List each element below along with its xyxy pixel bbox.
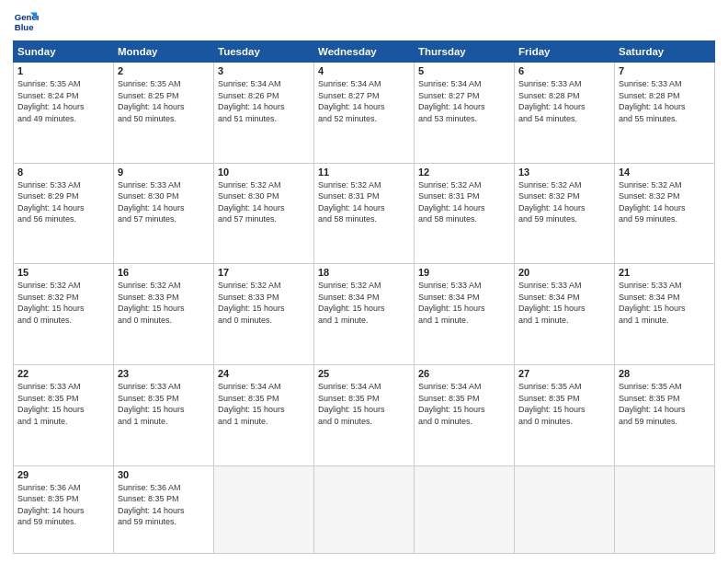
calendar-cell	[615, 465, 715, 553]
day-info: Sunrise: 5:32 AMSunset: 8:32 PMDaylight:…	[518, 179, 610, 225]
day-info: Sunrise: 5:33 AMSunset: 8:34 PMDaylight:…	[518, 280, 610, 326]
day-info: Sunrise: 5:32 AMSunset: 8:32 PMDaylight:…	[17, 280, 109, 326]
calendar-cell: 14Sunrise: 5:32 AMSunset: 8:32 PMDayligh…	[615, 163, 715, 264]
header-day-wednesday: Wednesday	[314, 41, 415, 63]
calendar-table: SundayMondayTuesdayWednesdayThursdayFrid…	[13, 40, 715, 554]
day-info: Sunrise: 5:33 AMSunset: 8:28 PMDaylight:…	[619, 78, 711, 124]
calendar-cell	[415, 465, 515, 553]
day-number: 17	[218, 267, 310, 278]
day-info: Sunrise: 5:35 AMSunset: 8:25 PMDaylight:…	[118, 78, 210, 124]
calendar-cell: 17Sunrise: 5:32 AMSunset: 8:33 PMDayligh…	[214, 264, 314, 365]
day-number: 29	[17, 469, 109, 480]
calendar-cell: 26Sunrise: 5:34 AMSunset: 8:35 PMDayligh…	[415, 364, 515, 465]
day-number: 2	[118, 65, 210, 76]
day-info: Sunrise: 5:36 AMSunset: 8:35 PMDaylight:…	[118, 482, 210, 528]
day-info: Sunrise: 5:32 AMSunset: 8:33 PMDaylight:…	[218, 280, 310, 326]
day-info: Sunrise: 5:32 AMSunset: 8:30 PMDaylight:…	[218, 179, 310, 225]
calendar-week-row: 1Sunrise: 5:35 AMSunset: 8:24 PMDaylight…	[14, 63, 715, 164]
day-number: 3	[218, 65, 310, 76]
day-info: Sunrise: 5:33 AMSunset: 8:34 PMDaylight:…	[418, 280, 510, 326]
header-day-tuesday: Tuesday	[214, 41, 314, 63]
calendar-cell: 12Sunrise: 5:32 AMSunset: 8:31 PMDayligh…	[415, 163, 515, 264]
day-info: Sunrise: 5:34 AMSunset: 8:35 PMDaylight:…	[218, 381, 310, 427]
calendar-week-row: 29Sunrise: 5:36 AMSunset: 8:35 PMDayligh…	[14, 465, 715, 553]
header-day-thursday: Thursday	[415, 41, 515, 63]
calendar-cell	[515, 465, 615, 553]
header: General Blue	[13, 9, 715, 35]
day-info: Sunrise: 5:33 AMSunset: 8:35 PMDaylight:…	[118, 381, 210, 427]
calendar-cell: 2Sunrise: 5:35 AMSunset: 8:25 PMDaylight…	[114, 63, 214, 164]
day-number: 7	[619, 65, 711, 76]
calendar-cell: 29Sunrise: 5:36 AMSunset: 8:35 PMDayligh…	[14, 465, 114, 553]
calendar-cell: 20Sunrise: 5:33 AMSunset: 8:34 PMDayligh…	[515, 264, 615, 365]
day-info: Sunrise: 5:33 AMSunset: 8:30 PMDaylight:…	[118, 179, 210, 225]
day-info: Sunrise: 5:33 AMSunset: 8:34 PMDaylight:…	[619, 280, 711, 326]
calendar-cell: 24Sunrise: 5:34 AMSunset: 8:35 PMDayligh…	[214, 364, 314, 465]
day-number: 1	[17, 65, 109, 76]
calendar-header-row: SundayMondayTuesdayWednesdayThursdayFrid…	[14, 41, 715, 63]
calendar-cell: 1Sunrise: 5:35 AMSunset: 8:24 PMDaylight…	[14, 63, 114, 164]
day-number: 18	[318, 267, 410, 278]
day-number: 4	[318, 65, 410, 76]
calendar-cell: 22Sunrise: 5:33 AMSunset: 8:35 PMDayligh…	[14, 364, 114, 465]
calendar-cell: 21Sunrise: 5:33 AMSunset: 8:34 PMDayligh…	[615, 264, 715, 365]
day-number: 21	[619, 267, 711, 278]
calendar-cell: 4Sunrise: 5:34 AMSunset: 8:27 PMDaylight…	[314, 63, 415, 164]
day-number: 13	[518, 167, 610, 178]
day-number: 20	[518, 267, 610, 278]
calendar-cell: 10Sunrise: 5:32 AMSunset: 8:30 PMDayligh…	[214, 163, 314, 264]
calendar-cell: 5Sunrise: 5:34 AMSunset: 8:27 PMDaylight…	[415, 63, 515, 164]
calendar-cell: 16Sunrise: 5:32 AMSunset: 8:33 PMDayligh…	[114, 264, 214, 365]
header-day-friday: Friday	[515, 41, 615, 63]
svg-text:Blue: Blue	[15, 22, 34, 32]
day-number: 16	[118, 267, 210, 278]
day-number: 11	[318, 167, 410, 178]
calendar-week-row: 15Sunrise: 5:32 AMSunset: 8:32 PMDayligh…	[14, 264, 715, 365]
day-number: 19	[418, 267, 510, 278]
day-number: 14	[619, 167, 711, 178]
calendar-week-row: 22Sunrise: 5:33 AMSunset: 8:35 PMDayligh…	[14, 364, 715, 465]
calendar-cell: 15Sunrise: 5:32 AMSunset: 8:32 PMDayligh…	[14, 264, 114, 365]
page: General Blue SundayMondayTuesdayWednesda…	[0, 0, 728, 563]
day-info: Sunrise: 5:34 AMSunset: 8:26 PMDaylight:…	[218, 78, 310, 124]
calendar-cell: 8Sunrise: 5:33 AMSunset: 8:29 PMDaylight…	[14, 163, 114, 264]
header-day-saturday: Saturday	[615, 41, 715, 63]
calendar-cell: 7Sunrise: 5:33 AMSunset: 8:28 PMDaylight…	[615, 63, 715, 164]
day-info: Sunrise: 5:35 AMSunset: 8:24 PMDaylight:…	[17, 78, 109, 124]
calendar-cell: 23Sunrise: 5:33 AMSunset: 8:35 PMDayligh…	[114, 364, 214, 465]
calendar-cell: 28Sunrise: 5:35 AMSunset: 8:35 PMDayligh…	[615, 364, 715, 465]
day-info: Sunrise: 5:34 AMSunset: 8:35 PMDaylight:…	[318, 381, 410, 427]
day-info: Sunrise: 5:33 AMSunset: 8:28 PMDaylight:…	[518, 78, 610, 124]
day-info: Sunrise: 5:33 AMSunset: 8:29 PMDaylight:…	[17, 179, 109, 225]
calendar-body: 1Sunrise: 5:35 AMSunset: 8:24 PMDaylight…	[14, 63, 715, 554]
calendar-cell: 30Sunrise: 5:36 AMSunset: 8:35 PMDayligh…	[114, 465, 214, 553]
logo-icon: General Blue	[13, 9, 39, 35]
calendar-cell: 11Sunrise: 5:32 AMSunset: 8:31 PMDayligh…	[314, 163, 415, 264]
day-info: Sunrise: 5:35 AMSunset: 8:35 PMDaylight:…	[518, 381, 610, 427]
day-number: 30	[118, 469, 210, 480]
day-number: 23	[118, 368, 210, 379]
calendar-cell: 13Sunrise: 5:32 AMSunset: 8:32 PMDayligh…	[515, 163, 615, 264]
day-number: 26	[418, 368, 510, 379]
day-info: Sunrise: 5:33 AMSunset: 8:35 PMDaylight:…	[17, 381, 109, 427]
calendar-cell: 25Sunrise: 5:34 AMSunset: 8:35 PMDayligh…	[314, 364, 415, 465]
day-number: 27	[518, 368, 610, 379]
logo: General Blue	[13, 9, 42, 35]
day-info: Sunrise: 5:35 AMSunset: 8:35 PMDaylight:…	[619, 381, 711, 427]
header-day-sunday: Sunday	[14, 41, 114, 63]
calendar-cell: 9Sunrise: 5:33 AMSunset: 8:30 PMDaylight…	[114, 163, 214, 264]
day-info: Sunrise: 5:36 AMSunset: 8:35 PMDaylight:…	[17, 482, 109, 528]
day-info: Sunrise: 5:32 AMSunset: 8:32 PMDaylight:…	[619, 179, 711, 225]
calendar-cell: 27Sunrise: 5:35 AMSunset: 8:35 PMDayligh…	[515, 364, 615, 465]
day-number: 9	[118, 167, 210, 178]
day-number: 8	[17, 167, 109, 178]
day-number: 6	[518, 65, 610, 76]
day-number: 25	[318, 368, 410, 379]
day-info: Sunrise: 5:32 AMSunset: 8:33 PMDaylight:…	[118, 280, 210, 326]
day-number: 24	[218, 368, 310, 379]
day-number: 28	[619, 368, 711, 379]
calendar-cell: 18Sunrise: 5:32 AMSunset: 8:34 PMDayligh…	[314, 264, 415, 365]
calendar-cell: 6Sunrise: 5:33 AMSunset: 8:28 PMDaylight…	[515, 63, 615, 164]
day-info: Sunrise: 5:32 AMSunset: 8:31 PMDaylight:…	[318, 179, 410, 225]
day-number: 12	[418, 167, 510, 178]
